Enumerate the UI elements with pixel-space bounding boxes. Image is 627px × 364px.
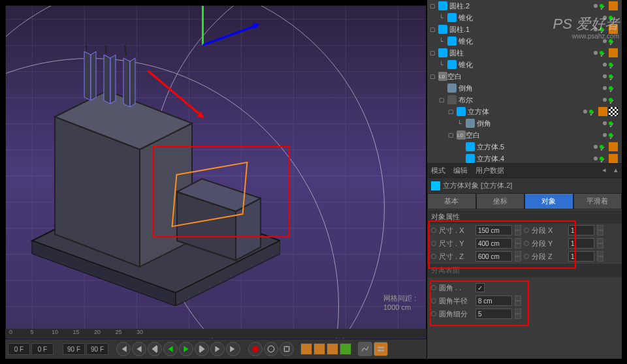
- visibility-dots[interactable]: ✓: [594, 51, 603, 55]
- autokey-button[interactable]: [264, 342, 278, 356]
- fillet-checkbox[interactable]: ✓: [475, 283, 485, 292]
- visibility-dots[interactable]: ✓: [603, 133, 613, 137]
- fillet-radius-field[interactable]: 8 cm: [475, 296, 512, 306]
- expand-toggle-icon[interactable]: └: [457, 120, 464, 127]
- seg-y-spinner[interactable]: [597, 238, 603, 249]
- visibility-dots[interactable]: ✓: [594, 145, 603, 149]
- key-track-3[interactable]: [327, 343, 338, 355]
- expand-toggle-icon[interactable]: ▢: [430, 26, 436, 33]
- expand-toggle-icon[interactable]: ▢: [430, 73, 436, 80]
- attr-menu-mode[interactable]: 模式: [431, 166, 445, 175]
- texture-tag-icon[interactable]: [609, 107, 618, 116]
- gizmo-y-axis[interactable]: [202, 5, 204, 45]
- hierarchy-row[interactable]: ▢圆柱✓: [427, 47, 622, 59]
- viewport-3d[interactable]: 网格间距 : 1000 cm: [5, 5, 426, 339]
- tab-object[interactable]: 对象: [524, 193, 573, 209]
- key-track-2[interactable]: [314, 343, 325, 355]
- phong-tag-icon[interactable]: [609, 48, 618, 57]
- record-button[interactable]: [248, 342, 263, 356]
- hierarchy-row[interactable]: 倒角✓: [427, 82, 622, 94]
- attr-menu-user[interactable]: 用户数据: [475, 166, 504, 175]
- visibility-dots[interactable]: ✓: [594, 4, 603, 8]
- size-z-spinner[interactable]: [515, 251, 521, 262]
- attr-nav-up-icon[interactable]: ▴: [614, 166, 618, 175]
- anim-bullet[interactable]: [524, 241, 529, 246]
- object-tags[interactable]: [609, 142, 618, 151]
- expand-toggle-icon[interactable]: ▢: [430, 50, 436, 56]
- object-tags[interactable]: [609, 154, 618, 163]
- visibility-dots[interactable]: ✓: [583, 110, 593, 114]
- expand-toggle-icon[interactable]: ▢: [448, 108, 455, 115]
- seg-x-field[interactable]: 1: [568, 225, 594, 235]
- hierarchy-row[interactable]: ▢立方体✓: [427, 106, 622, 117]
- anim-bullet[interactable]: [524, 228, 529, 233]
- hierarchy-row[interactable]: └倒角✓: [427, 117, 622, 129]
- visibility-dots[interactable]: ✓: [603, 86, 613, 90]
- key-track-4[interactable]: [340, 343, 351, 355]
- size-x-spinner[interactable]: [515, 225, 521, 235]
- range-end-field[interactable]: [63, 343, 85, 355]
- expand-toggle-icon[interactable]: └: [439, 38, 445, 44]
- viewport-canvas[interactable]: 网格间距 : 1000 cm: [6, 6, 426, 339]
- key-options-button[interactable]: [280, 342, 294, 356]
- object-tags[interactable]: [609, 48, 618, 57]
- gizmo-z-axis[interactable]: [202, 24, 259, 46]
- seg-y-field[interactable]: 1: [568, 238, 594, 249]
- visibility-dots[interactable]: ✓: [594, 157, 603, 160]
- object-tags[interactable]: [609, 1, 618, 10]
- attr-nav-prev-icon[interactable]: ◂: [602, 166, 606, 175]
- anim-bullet[interactable]: [431, 228, 436, 233]
- goto-start-button[interactable]: [116, 342, 131, 356]
- visibility-dots[interactable]: ✓: [603, 121, 613, 125]
- expand-toggle-icon[interactable]: └: [439, 61, 445, 68]
- anim-bullet[interactable]: [431, 298, 436, 303]
- tab-coord[interactable]: 坐标: [476, 193, 525, 209]
- range-start-field[interactable]: [8, 343, 30, 355]
- anim-bullet[interactable]: [524, 254, 529, 259]
- attr-menu-edit[interactable]: 编辑: [453, 166, 468, 175]
- expand-toggle-icon[interactable]: └: [439, 14, 445, 21]
- next-key-button[interactable]: [210, 342, 225, 356]
- hierarchy-row[interactable]: ▢L0空白✓: [427, 129, 622, 141]
- next-frame-button[interactable]: [195, 342, 209, 356]
- object-tags[interactable]: [598, 107, 618, 116]
- seg-x-spinner[interactable]: [597, 225, 603, 235]
- phong-tag-icon[interactable]: [609, 154, 618, 163]
- size-y-spinner[interactable]: [515, 238, 521, 249]
- anim-bullet[interactable]: [431, 285, 436, 290]
- anim-bullet[interactable]: [431, 254, 436, 259]
- dopesheet-button[interactable]: [374, 342, 388, 356]
- goto-end-button[interactable]: [226, 342, 240, 356]
- hierarchy-row[interactable]: 立方体.5✓: [427, 141, 622, 153]
- visibility-dots[interactable]: ✓: [603, 74, 613, 78]
- seg-z-spinner[interactable]: [597, 251, 603, 262]
- phong-tag-icon[interactable]: [598, 107, 607, 116]
- fillet-sub-spinner[interactable]: [515, 309, 521, 319]
- fillet-sub-field[interactable]: 5: [475, 309, 512, 319]
- prev-frame-button[interactable]: [148, 342, 162, 356]
- hierarchy-row[interactable]: ▢L0空白✓: [427, 70, 622, 82]
- play-back-button[interactable]: [163, 342, 178, 356]
- visibility-dots[interactable]: ✓: [603, 98, 613, 102]
- size-z-field[interactable]: 600 cm: [475, 251, 512, 262]
- hierarchy-row[interactable]: └锥化✓: [427, 59, 622, 70]
- fcurve-button[interactable]: [358, 342, 372, 356]
- expand-toggle-icon[interactable]: ▢: [448, 132, 455, 138]
- visibility-dots[interactable]: ✓: [603, 63, 613, 67]
- hierarchy-row[interactable]: ▢圆柱.2✓: [427, 0, 622, 12]
- timeline-ruler[interactable]: 0 5 10 15 20 25 30: [5, 329, 426, 338]
- hierarchy-row[interactable]: 立方体.4✓: [427, 153, 622, 163]
- tab-phong[interactable]: 平滑着: [573, 193, 622, 209]
- anim-bullet[interactable]: [431, 241, 436, 246]
- expand-toggle-icon[interactable]: ▢: [439, 97, 445, 103]
- current-frame-field[interactable]: [31, 343, 54, 355]
- hierarchy-row[interactable]: ▢布尔✓: [427, 94, 622, 106]
- fillet-radius-spinner[interactable]: [515, 296, 521, 306]
- prev-key-button[interactable]: [132, 342, 146, 356]
- seg-z-field[interactable]: 1: [568, 251, 594, 262]
- tab-basic[interactable]: 基本: [427, 193, 476, 209]
- play-button[interactable]: [179, 342, 193, 356]
- phong-tag-icon[interactable]: [609, 142, 618, 151]
- key-track-1[interactable]: [300, 343, 312, 355]
- anim-bullet[interactable]: [431, 311, 436, 316]
